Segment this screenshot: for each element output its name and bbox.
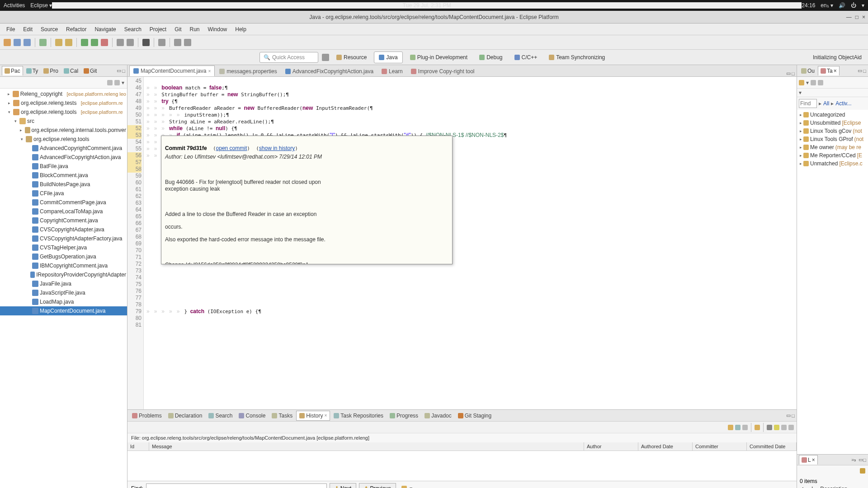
maximize-view-icon[interactable]: □	[863, 68, 866, 74]
minimize-view-icon[interactable]: ▭	[858, 68, 862, 74]
tree-file[interactable]: CFile.java	[0, 189, 127, 198]
tree-file[interactable]: LoadMap.java	[0, 297, 127, 306]
task-category[interactable]: ▸Linux Tools gCov (not	[798, 127, 867, 135]
maximize-view-icon[interactable]: □	[863, 457, 866, 463]
wrap-icon[interactable]	[781, 425, 787, 430]
minimize-view-icon[interactable]: ▭	[117, 68, 121, 74]
tree-file[interactable]: CVSCopyrightAdapter.java	[0, 225, 127, 234]
perspective-debug[interactable]: Debug	[475, 52, 507, 63]
build-icon[interactable]	[39, 39, 47, 46]
power-icon[interactable]: ⏻	[851, 2, 856, 9]
tree-file[interactable]: JavaScriptFile.java	[0, 288, 127, 297]
close-icon[interactable]: ×	[324, 413, 327, 418]
new-class-icon[interactable]	[127, 39, 134, 46]
show-in-history-link[interactable]: show in history	[259, 145, 295, 151]
tree-project[interactable]: ▾org.eclipse.releng.tools [eclipse.platf…	[0, 108, 127, 117]
collapse-all-icon[interactable]	[107, 80, 113, 85]
quick-access[interactable]: 🔍 Quick Access	[259, 52, 318, 63]
tab-tasks[interactable]: Tasks	[269, 411, 295, 420]
redo-icon[interactable]	[65, 39, 72, 46]
tree-file[interactable]: IRepositoryProviderCopyrightAdapter	[0, 270, 127, 279]
tab-package-explorer[interactable]: Pac	[2, 66, 23, 75]
close-icon[interactable]: ×	[812, 457, 815, 463]
chevron-down-icon[interactable]: ▾	[806, 80, 809, 86]
history-table-body[interactable]	[127, 451, 797, 481]
perspective-pde[interactable]: Plug-in Development	[406, 52, 472, 63]
menu-navigate[interactable]: Navigate	[91, 24, 119, 34]
tree-file[interactable]: CompareLocalToMap.java	[0, 207, 127, 216]
task-category[interactable]: ▸Me owner (may be re	[798, 143, 867, 151]
lang-indicator[interactable]: en₁ ▾	[821, 2, 833, 9]
tree-file[interactable]: CommitCommentPage.java	[0, 198, 127, 207]
menu-help[interactable]: Help	[231, 24, 250, 34]
save-icon[interactable]	[14, 39, 21, 46]
nav-fwd-icon[interactable]	[184, 39, 191, 46]
menu-file[interactable]: File	[3, 24, 19, 34]
layout-icon[interactable]	[788, 425, 794, 430]
close-button[interactable]: ×	[862, 14, 865, 20]
debug-icon[interactable]	[81, 39, 88, 46]
coverage-icon[interactable]	[101, 39, 108, 46]
menu-run[interactable]: Run	[186, 24, 203, 34]
categorize-icon[interactable]	[811, 80, 816, 85]
tree-package[interactable]: ▸org.eclipse.releng.internal.tools.pomve…	[0, 126, 127, 135]
col-id[interactable]: Id	[127, 442, 149, 450]
tree-file[interactable]: MapContentDocument.java	[0, 306, 127, 315]
col-complete[interactable]: ✓	[800, 486, 804, 488]
activities-button[interactable]: Activities	[4, 2, 25, 9]
focus-icon[interactable]	[818, 80, 823, 85]
menu-git[interactable]: Git	[171, 24, 185, 34]
task-find-input[interactable]	[799, 99, 817, 108]
tree-package[interactable]: ▾org.eclipse.releng.tools	[0, 135, 127, 144]
tab-javadoc[interactable]: Javadoc	[422, 411, 454, 420]
view-menu-icon[interactable]: ▾	[122, 80, 124, 86]
find-prev-button[interactable]: ⬆Previous	[359, 483, 396, 488]
tab-markers[interactable]: L×	[799, 455, 818, 465]
tree-file[interactable]: IBMCopyrightComment.java	[0, 261, 127, 270]
filter-icon[interactable]	[755, 425, 760, 430]
task-category[interactable]: ▸Me Reporter/CCed [E	[798, 151, 867, 160]
tree-file[interactable]: BlockComment.java	[0, 171, 127, 180]
tree-file[interactable]: CopyrightComment.java	[0, 216, 127, 225]
perspective-cpp[interactable]: C/C++	[510, 52, 542, 63]
tab-outline[interactable]: Ou	[799, 66, 817, 75]
tab-git[interactable]: Git	[81, 66, 99, 75]
find-next-button[interactable]: ⬇Next	[330, 483, 357, 488]
tab-progress[interactable]: Progress	[387, 411, 421, 420]
perspective-resource[interactable]: Resource	[332, 52, 371, 63]
close-icon[interactable]: ×	[834, 68, 837, 74]
task-category[interactable]: ▸Uncategorized	[798, 111, 867, 119]
open-perspective-icon[interactable]	[322, 54, 329, 61]
menu-window[interactable]: Window	[204, 24, 231, 34]
tab-problems[interactable]: Problems	[129, 411, 165, 420]
minimize-view-icon[interactable]: ▭	[786, 413, 791, 418]
show-all-branches-icon[interactable]	[774, 425, 779, 430]
find-options-icon[interactable]	[401, 486, 407, 488]
editor-tab[interactable]: Improve Copy-right tool	[407, 66, 478, 76]
menu-project[interactable]: Project	[146, 24, 170, 34]
perspective-java[interactable]: Java	[374, 52, 402, 63]
editor-tab[interactable]: Learn	[378, 66, 406, 76]
minimize-editor-icon[interactable]: ▭	[786, 70, 791, 76]
col-committed-date[interactable]: Committed Date	[747, 442, 797, 450]
close-icon[interactable]: ×	[208, 69, 211, 74]
tree-project[interactable]: ▸Releng_copyright [eclipse.platform.rele…	[0, 89, 127, 99]
task-tree[interactable]: ▸Uncategorized ▸Unsubmitted [Eclipse▸Lin…	[797, 110, 868, 454]
search-icon[interactable]	[158, 39, 165, 46]
tree-file[interactable]: BatFile.java	[0, 162, 127, 171]
filter-activ-link[interactable]: Activ...	[835, 100, 851, 107]
code-editor[interactable]: 4546474849505152535455565758596061626364…	[127, 77, 797, 409]
editor-tab[interactable]: AdvancedFixCopyrightAction.java	[282, 66, 377, 76]
menu-source[interactable]: Source	[37, 24, 61, 34]
tab-console[interactable]: Console	[236, 411, 268, 420]
compare-mode-icon[interactable]	[767, 425, 772, 430]
chevron-down-icon[interactable]: ▾	[799, 89, 802, 96]
task-category[interactable]: ▸Unmatched [Eclipse.c	[798, 160, 867, 168]
tree-file[interactable]: BuildNotesPage.java	[0, 180, 127, 189]
open-type-icon[interactable]	[142, 39, 150, 46]
task-category[interactable]: ▸Unsubmitted [Eclipse	[798, 119, 867, 127]
menu-edit[interactable]: Edit	[19, 24, 36, 34]
user-menu-icon[interactable]: ▾	[862, 2, 864, 9]
chevron-down-icon[interactable]: ▾	[410, 485, 412, 488]
minimize-button[interactable]: —	[846, 14, 852, 20]
